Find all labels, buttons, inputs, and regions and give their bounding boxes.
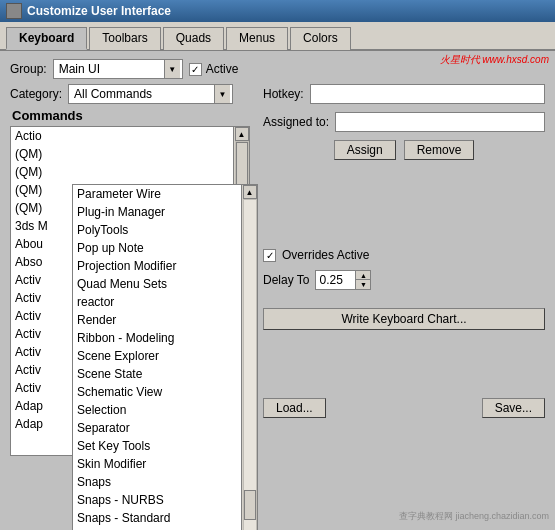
delay-row: Delay To ▲ ▼ <box>263 270 545 290</box>
category-dropdown-arrow[interactable]: ▼ <box>214 85 230 103</box>
tab-toolbars[interactable]: Toolbars <box>89 27 160 50</box>
category-row: Category: All Commands ▼ <box>10 84 250 104</box>
delay-spinner: ▲ ▼ <box>315 270 371 290</box>
delay-input[interactable] <box>315 270 355 290</box>
group-label: Group: <box>10 62 47 76</box>
active-label: Active <box>206 62 239 76</box>
assigned-input[interactable] <box>335 112 545 132</box>
assigned-row: Assigned to: <box>263 112 545 132</box>
assign-button[interactable]: Assign <box>334 140 396 160</box>
tab-quads[interactable]: Quads <box>163 27 224 50</box>
dropdown-item-1[interactable]: Plug-in Manager <box>73 203 241 221</box>
overrides-row: ✓ Overrides Active <box>263 248 545 262</box>
group-dropdown[interactable]: Main UI ▼ <box>53 59 183 79</box>
tab-colors[interactable]: Colors <box>290 27 351 50</box>
list-item-0[interactable]: Actio <box>11 127 233 145</box>
group-dropdown-arrow[interactable]: ▼ <box>164 60 180 78</box>
title-bar: Customize User Interface <box>0 0 555 22</box>
logo-watermark: 查字典教程网 jiacheng.chazidian.com <box>399 510 549 523</box>
spinner-buttons: ▲ ▼ <box>355 270 371 290</box>
commands-section: Commands <box>10 108 250 123</box>
dropdown-list-items: Parameter Wire Plug-in Manager PolyTools… <box>73 185 241 530</box>
assign-remove-row: Assign Remove <box>263 140 545 160</box>
window-icon <box>6 3 22 19</box>
save-button[interactable]: Save... <box>482 398 545 418</box>
dropdown-item-0[interactable]: Parameter Wire <box>73 185 241 203</box>
scroll-up-btn[interactable]: ▲ <box>243 185 257 199</box>
columns: Category: All Commands ▼ Commands Parame… <box>10 84 545 456</box>
tab-bar: Keyboard Toolbars Quads Menus Colors <box>0 22 555 51</box>
hotkey-row: Hotkey: <box>263 84 545 104</box>
watermark: 火星时代 www.hxsd.com <box>440 53 549 67</box>
category-dropdown-list[interactable]: Parameter Wire Plug-in Manager PolyTools… <box>72 184 258 530</box>
dropdown-item-5[interactable]: Quad Menu Sets <box>73 275 241 293</box>
assigned-label: Assigned to: <box>263 115 329 129</box>
scroll-thumb[interactable] <box>244 490 256 520</box>
dropdown-item-8[interactable]: Ribbon - Modeling <box>73 329 241 347</box>
tab-keyboard[interactable]: Keyboard <box>6 27 87 50</box>
overrides-checkbox[interactable]: ✓ <box>263 249 276 262</box>
main-content: 火星时代 www.hxsd.com Group: Main UI ▼ ✓ Act… <box>0 51 555 527</box>
dropdown-item-16[interactable]: Snaps <box>73 473 241 491</box>
category-label: Category: <box>10 87 62 101</box>
delay-label: Delay To <box>263 273 309 287</box>
category-dropdown-text: All Commands <box>71 87 214 101</box>
write-keyboard-chart-button[interactable]: Write Keyboard Chart... <box>263 308 545 330</box>
dropdown-item-10[interactable]: Scene State <box>73 365 241 383</box>
commands-heading: Commands <box>10 108 250 123</box>
dropdown-item-12[interactable]: Selection <box>73 401 241 419</box>
dropdown-item-13[interactable]: Separator <box>73 419 241 437</box>
remove-button[interactable]: Remove <box>404 140 475 160</box>
list-scroll-up[interactable]: ▲ <box>235 127 249 141</box>
active-checkbox-row: ✓ Active <box>189 62 239 76</box>
dropdown-item-18[interactable]: Snaps - Standard <box>73 509 241 527</box>
dropdown-item-7[interactable]: Render <box>73 311 241 329</box>
dropdown-item-17[interactable]: Snaps - NURBS <box>73 491 241 509</box>
group-dropdown-text: Main UI <box>56 62 164 76</box>
dropdown-item-14[interactable]: Set Key Tools <box>73 437 241 455</box>
active-checkbox[interactable]: ✓ <box>189 63 202 76</box>
dropdown-item-4[interactable]: Projection Modifier <box>73 257 241 275</box>
hotkey-input[interactable] <box>310 84 545 104</box>
category-dropdown[interactable]: All Commands ▼ <box>68 84 233 104</box>
dropdown-item-2[interactable]: PolyTools <box>73 221 241 239</box>
window-title: Customize User Interface <box>27 4 171 18</box>
left-column: Category: All Commands ▼ Commands Parame… <box>10 84 250 456</box>
list-item-1[interactable]: (QM) <box>11 145 233 163</box>
hotkey-label: Hotkey: <box>263 87 304 101</box>
list-item-2[interactable]: (QM) <box>11 163 233 181</box>
load-save-row: Load... Save... <box>263 398 545 418</box>
scroll-track[interactable] <box>243 199 257 530</box>
spinner-down[interactable]: ▼ <box>356 280 370 289</box>
load-button[interactable]: Load... <box>263 398 326 418</box>
dropdown-item-15[interactable]: Skin Modifier <box>73 455 241 473</box>
tab-menus[interactable]: Menus <box>226 27 288 50</box>
dropdown-item-11[interactable]: Schematic View <box>73 383 241 401</box>
overrides-label: Overrides Active <box>282 248 369 262</box>
dropdown-item-3[interactable]: Pop up Note <box>73 239 241 257</box>
list-area: Parameter Wire Plug-in Manager PolyTools… <box>10 126 250 456</box>
spinner-up[interactable]: ▲ <box>356 271 370 280</box>
dropdown-item-9[interactable]: Scene Explorer <box>73 347 241 365</box>
dropdown-item-6[interactable]: reactor <box>73 293 241 311</box>
right-column: Hotkey: Assigned to: Assign Remove ✓ Ove… <box>258 84 545 456</box>
dropdown-scrollbar[interactable]: ▲ ▼ <box>241 185 257 530</box>
